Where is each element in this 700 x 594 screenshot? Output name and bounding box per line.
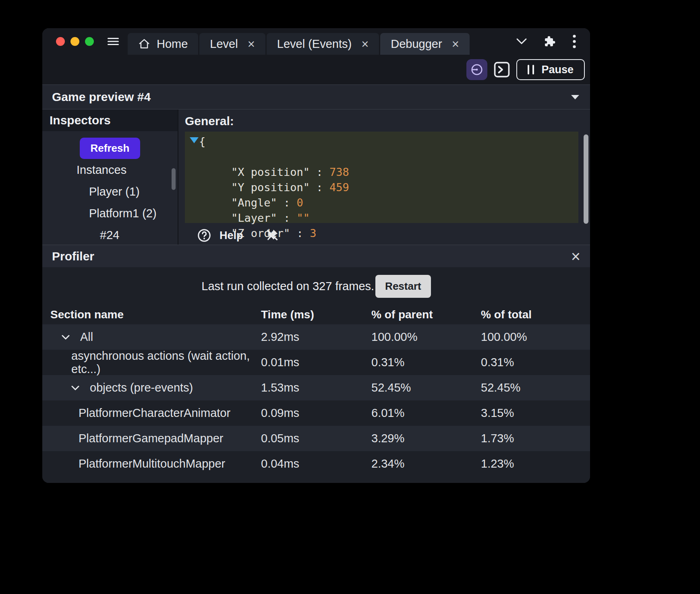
section-time: 0.05ms <box>261 432 371 445</box>
profiler-table-rows: All 2.92ms 100.00% 100.00% asynchronous … <box>42 324 590 476</box>
close-window-button[interactable] <box>56 37 65 46</box>
restart-button[interactable]: Restart <box>375 275 431 298</box>
section-time: 1.53ms <box>261 381 371 394</box>
profiler-row: PlatformerGamepadMapper 0.05ms 3.29% 1.7… <box>42 426 590 451</box>
pause-button-label: Pause <box>541 64 574 76</box>
inspector-item-label: #24 <box>100 229 119 242</box>
inspector-item-label: Player (1) <box>89 185 140 198</box>
gauge-icon <box>470 63 484 76</box>
json-separator: : <box>277 212 297 224</box>
inspector-tree-item[interactable]: #24 <box>42 224 178 245</box>
close-profiler-icon[interactable]: × <box>571 248 580 264</box>
general-panel-title: General: <box>185 114 590 128</box>
tabs-overflow-button[interactable] <box>516 38 527 45</box>
section-percent-parent: 2.34% <box>371 457 481 470</box>
json-key: "Y position" <box>231 181 310 194</box>
chevron-down-icon[interactable] <box>62 334 70 340</box>
inspector-tree-item[interactable]: Player (1) <box>42 181 178 202</box>
tab-debugger[interactable]: Debugger × <box>380 33 469 55</box>
json-field-list: "X position" : 738 "Y position" : 459 "A… <box>185 149 578 226</box>
tab-label: Home <box>157 37 188 51</box>
chevron-down-icon <box>516 38 527 45</box>
inspectors-panel-title: Inspectors <box>42 109 178 131</box>
window-controls <box>42 37 94 46</box>
tab-strip: Home Level × Level (Events) × Debugger × <box>128 33 470 55</box>
profiler-body: Last run collected on 327 frames. Restar… <box>42 267 590 483</box>
inspectors-panel: Inspectors Refresh Instances Player (1) … <box>42 109 178 245</box>
refresh-button[interactable]: Refresh <box>80 138 141 159</box>
profiler-row[interactable]: All 2.92ms 100.00% 100.00% <box>42 324 590 350</box>
collapse-node-icon[interactable] <box>190 137 199 143</box>
json-value: 0 <box>297 196 303 209</box>
profiler-status-row: Last run collected on 327 frames. Restar… <box>42 267 590 305</box>
section-time: 2.92ms <box>261 330 371 344</box>
section-percent-parent: 6.01% <box>371 406 481 420</box>
chevron-down-icon[interactable] <box>71 385 79 391</box>
section-name: objects (pre-events) <box>90 381 193 394</box>
section-percent-total: 100.00% <box>481 330 590 344</box>
json-value: 738 <box>329 166 349 178</box>
tab-close-icon[interactable]: × <box>452 38 459 50</box>
section-name: PlatformerCharacterAnimator <box>79 406 230 420</box>
inspector-item-label: Instances <box>77 163 126 177</box>
section-name: All <box>80 330 93 344</box>
profiler-header: Profiler × <box>42 245 590 267</box>
inspector-tree-item[interactable]: Instances <box>42 159 178 181</box>
json-key: "Z order" <box>231 227 290 239</box>
tab-level-events-[interactable]: Level (Events) × <box>267 33 379 55</box>
profiler-title: Profiler <box>52 250 94 263</box>
extensions-button[interactable] <box>543 35 556 48</box>
section-percent-total: 1.23% <box>481 457 590 470</box>
section-percent-total: 1.73% <box>481 432 590 445</box>
section-name: PlatformerMultitouchMapper <box>79 457 225 470</box>
json-value: 459 <box>329 181 349 194</box>
tab-level[interactable]: Level × <box>199 33 265 55</box>
section-percent-total: 52.45% <box>481 381 590 394</box>
section-time: 0.04ms <box>261 457 371 470</box>
json-value: 3 <box>310 227 316 239</box>
minimize-window-button[interactable] <box>70 37 79 46</box>
json-field: "X position" : 738 <box>185 149 578 165</box>
zoom-window-button[interactable] <box>85 37 94 46</box>
tab-home[interactable]: Home <box>128 33 198 55</box>
puzzle-icon <box>543 35 556 48</box>
json-separator: : <box>277 196 297 209</box>
tab-label: Level (Events) <box>277 37 352 51</box>
pause-icon <box>528 65 534 74</box>
column-percent-total: % of total <box>481 308 590 321</box>
section-percent-parent: 100.00% <box>371 330 481 344</box>
tab-label: Level <box>210 37 238 51</box>
debugger-window: Home Level × Level (Events) × Debugger × <box>42 28 590 483</box>
inspector-tree-item[interactable]: Platform1 (2) <box>42 202 178 224</box>
json-separator: : <box>310 181 329 194</box>
general-panel: General: { "X position" : 738 "Y positio… <box>178 109 590 245</box>
inspector-item-list: Instances Player (1) Platform1 (2) #24 <box>42 159 178 245</box>
general-scrollbar[interactable] <box>584 134 588 224</box>
section-percent-parent: 3.29% <box>371 432 481 445</box>
inspector-item-label: Platform1 (2) <box>89 207 157 220</box>
json-key: "Layer" <box>231 212 277 224</box>
section-name: PlatformerGamepadMapper <box>79 432 223 445</box>
tab-close-icon[interactable]: × <box>248 38 255 50</box>
console-button[interactable] <box>491 59 512 80</box>
tab-close-icon[interactable]: × <box>361 38 369 50</box>
game-preview-header[interactable]: Game preview #4 <box>42 85 590 109</box>
profiler-toggle-button[interactable] <box>466 59 487 80</box>
inspectors-scrollbar[interactable] <box>172 168 176 190</box>
profiler-row: asynchronous actions (wait action, etc..… <box>42 350 590 375</box>
console-icon <box>493 61 511 78</box>
json-open-brace: { <box>185 134 578 149</box>
section-percent-parent: 0.31% <box>371 356 481 369</box>
hamburger-icon <box>107 37 120 46</box>
main-menu-button[interactable] <box>107 37 120 46</box>
section-name: asynchronous actions (wait action, etc..… <box>71 349 261 376</box>
profiler-row[interactable]: objects (pre-events) 1.53ms 52.45% 52.45… <box>42 375 590 400</box>
more-options-button[interactable] <box>572 34 576 49</box>
section-percent-total: 3.15% <box>481 406 590 420</box>
pause-button[interactable]: Pause <box>516 59 585 80</box>
game-preview-collapse-button[interactable] <box>570 94 580 100</box>
column-percent-parent: % of parent <box>371 308 481 321</box>
profiler-row: PlatformerMultitouchMapper 0.04ms 2.34% … <box>42 451 590 476</box>
section-percent-parent: 52.45% <box>371 381 481 394</box>
profiler-row: PlatformerCharacterAnimator 0.09ms 6.01%… <box>42 400 590 426</box>
